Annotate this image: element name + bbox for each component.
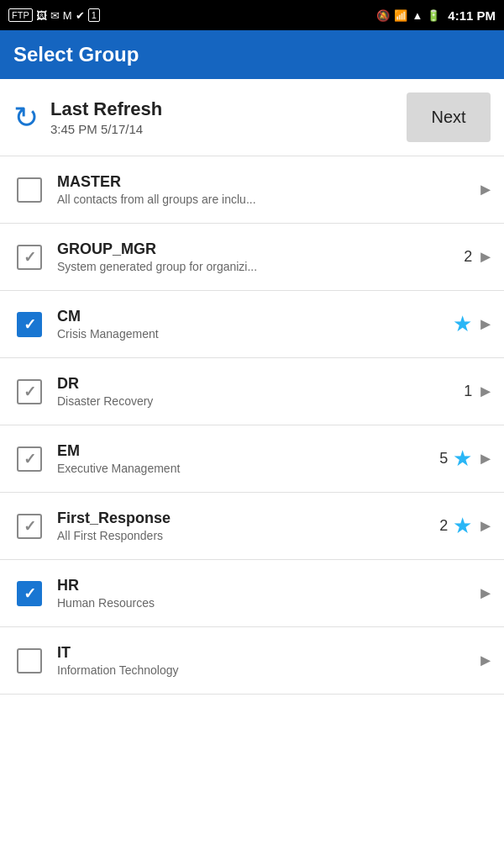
item-meta: 5★► [439, 446, 494, 472]
check-icon: ✔ [76, 9, 85, 22]
chevron-right-icon: ► [477, 449, 494, 468]
email-icon: ✉ [50, 9, 60, 22]
list-item[interactable]: ✓ HR Human Resources ► [0, 560, 504, 627]
chevron-right-icon: ► [477, 584, 494, 603]
checkbox-wrap[interactable]: ✓ [13, 443, 45, 475]
checkbox-wrap[interactable]: ✓ [13, 510, 45, 542]
item-meta: ★► [453, 311, 494, 337]
star-icon: ★ [453, 446, 472, 472]
item-count: 2 [439, 517, 448, 535]
item-count: 2 [464, 248, 472, 266]
chevron-right-icon: ► [477, 180, 494, 199]
checkbox-checked-gray[interactable]: ✓ [17, 514, 42, 539]
app-bar-title: Select Group [13, 43, 139, 66]
item-desc: Crisis Management [57, 327, 441, 341]
image-icon: 🖼 [36, 9, 47, 22]
item-name: EM [57, 442, 428, 460]
num-icon: 1 [88, 8, 100, 22]
list-item[interactable]: ✓ GROUP_MGR System generated group for o… [0, 224, 504, 291]
checkbox-unchecked[interactable] [17, 177, 42, 203]
item-name: CM [57, 308, 441, 325]
item-meta: ► [477, 180, 494, 199]
item-desc: Human Resources [57, 596, 465, 610]
list-item[interactable]: IT Information Technology ► [0, 627, 504, 695]
checkbox-wrap[interactable]: ✓ [13, 578, 45, 610]
group-list: MASTER All contacts from all groups are … [0, 156, 504, 695]
checkbox-wrap[interactable]: ✓ [13, 309, 45, 341]
item-info: First_Response All First Responders [57, 510, 428, 542]
item-info: DR Disaster Recovery [57, 375, 452, 408]
chevron-right-icon: ► [477, 516, 494, 536]
checkbox-checked-gray[interactable]: ✓ [17, 245, 42, 270]
refresh-label: Last Refresh [50, 98, 395, 120]
item-desc: Disaster Recovery [57, 394, 452, 408]
item-count: 1 [464, 383, 472, 400]
status-bar: FTP 🖼 ✉ M ✔ 1 🔕 📶 ▲ 🔋 4:11 PM [0, 0, 504, 30]
checkbox-wrap[interactable] [13, 645, 45, 677]
item-info: GROUP_MGR System generated group for org… [57, 240, 452, 273]
item-info: HR Human Resources [57, 577, 465, 610]
item-desc: Information Technology [57, 663, 465, 677]
item-meta: ► [477, 584, 494, 603]
item-count: 5 [439, 450, 448, 467]
battery-icon: 🔋 [427, 9, 440, 22]
item-desc: Executive Management [57, 462, 428, 475]
star-icon: ★ [453, 513, 472, 539]
item-meta: 2★► [439, 513, 494, 539]
list-item[interactable]: ✓ EM Executive Management 5★► [0, 425, 504, 493]
item-meta: 1► [464, 382, 494, 401]
checkbox-checked-gray[interactable]: ✓ [17, 379, 42, 404]
signal-icon: ▲ [412, 9, 423, 22]
star-icon: ★ [453, 311, 472, 337]
list-item[interactable]: ✓ CM Crisis Management ★► [0, 291, 504, 358]
refresh-icon[interactable]: ↻ [13, 103, 39, 133]
checkbox-checked-blue[interactable]: ✓ [17, 581, 42, 606]
checkbox-checked-gray[interactable]: ✓ [17, 446, 42, 472]
item-desc: All First Responders [57, 529, 428, 542]
refresh-time: 3:45 PM 5/17/14 [50, 122, 395, 136]
item-name: HR [57, 577, 465, 594]
gmail-icon: M [63, 9, 72, 22]
item-name: GROUP_MGR [57, 240, 452, 258]
app-bar: Select Group [0, 30, 504, 79]
item-meta: 2► [464, 247, 494, 267]
item-meta: ► [477, 651, 494, 670]
chevron-right-icon: ► [477, 651, 494, 670]
header-row: ↻ Last Refresh 3:45 PM 5/17/14 Next [0, 79, 504, 156]
item-info: IT Information Technology [57, 644, 465, 677]
checkbox-unchecked[interactable] [17, 648, 42, 673]
bell-icon: 🔕 [376, 9, 390, 22]
list-item[interactable]: ✓ DR Disaster Recovery 1► [0, 358, 504, 425]
checkbox-wrap[interactable]: ✓ [13, 376, 45, 408]
list-item[interactable]: ✓ First_Response All First Responders 2★… [0, 493, 504, 560]
item-name: First_Response [57, 510, 428, 527]
ftp-icon: FTP [8, 8, 33, 22]
status-time: 4:11 PM [448, 8, 496, 23]
chevron-right-icon: ► [477, 247, 494, 267]
item-info: CM Crisis Management [57, 308, 441, 341]
item-name: IT [57, 644, 465, 662]
item-desc: All contacts from all groups are inclu..… [57, 193, 465, 206]
item-info: EM Executive Management [57, 442, 428, 475]
wifi-icon: 📶 [394, 9, 407, 22]
item-desc: System generated group for organizi... [57, 260, 452, 273]
checkbox-checked-blue[interactable]: ✓ [17, 312, 42, 337]
item-info: MASTER All contacts from all groups are … [57, 173, 465, 206]
chevron-right-icon: ► [477, 314, 494, 334]
item-name: DR [57, 375, 452, 393]
checkbox-wrap[interactable] [13, 174, 45, 206]
list-item[interactable]: MASTER All contacts from all groups are … [0, 156, 504, 224]
item-name: MASTER [57, 173, 465, 191]
refresh-info: Last Refresh 3:45 PM 5/17/14 [50, 98, 395, 136]
chevron-right-icon: ► [477, 382, 494, 401]
checkbox-wrap[interactable]: ✓ [13, 241, 45, 273]
next-button[interactable]: Next [407, 92, 491, 142]
